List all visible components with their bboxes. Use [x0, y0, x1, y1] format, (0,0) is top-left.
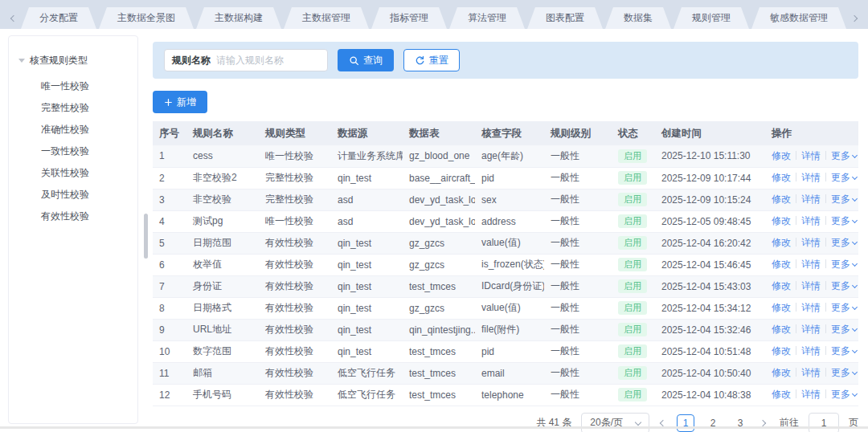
tree-item[interactable]: 关联性校验 — [18, 162, 133, 184]
tab[interactable]: 分发配置 — [21, 7, 96, 29]
goto-page-input[interactable] — [809, 413, 839, 432]
tree-root-check-rule-type[interactable]: 核查规则类型 — [18, 54, 133, 67]
tabs-scroll-left-icon[interactable] — [6, 7, 21, 29]
cell-rule-type: 有效性校验 — [259, 362, 331, 384]
vertical-scrollbar[interactable] — [144, 214, 148, 259]
status-badge: 启用 — [618, 301, 647, 315]
tree-item[interactable]: 及时性校验 — [18, 184, 133, 206]
chevron-down-icon — [852, 196, 858, 202]
page-number[interactable]: 3 — [731, 414, 749, 432]
more-link[interactable]: 更多 — [831, 215, 857, 226]
cell-rule-name: 日期格式 — [186, 297, 259, 319]
detail-link[interactable]: 详情 — [801, 172, 821, 183]
tabs-scroll-right-icon[interactable] — [847, 7, 862, 29]
cell-actions: 修改详情更多 — [765, 340, 858, 362]
tree-item[interactable]: 准确性校验 — [18, 119, 133, 141]
plus-icon — [164, 98, 173, 107]
tree-item[interactable]: 完整性校验 — [18, 97, 133, 119]
edit-link[interactable]: 修改 — [772, 324, 791, 335]
cell-index: 4 — [153, 210, 186, 232]
add-button[interactable]: 新增 — [153, 91, 207, 113]
edit-link[interactable]: 修改 — [772, 172, 791, 183]
more-link[interactable]: 更多 — [831, 237, 857, 248]
cell-check-field: email — [475, 362, 544, 384]
detail-link[interactable]: 详情 — [801, 237, 821, 248]
tab[interactable]: 主数据全景图 — [99, 7, 194, 29]
more-link-label: 更多 — [831, 172, 850, 183]
cell-index: 10 — [153, 340, 186, 362]
tab-label: 主数据管理 — [302, 11, 350, 25]
more-link[interactable]: 更多 — [831, 150, 857, 161]
rule-name-field[interactable]: 规则名称 — [164, 49, 328, 71]
cell-status: 启用 — [612, 275, 655, 297]
column-header: 序号 — [153, 121, 186, 145]
detail-link[interactable]: 详情 — [801, 194, 821, 205]
tab[interactable]: 指标管理 — [371, 7, 447, 29]
page-number[interactable]: 2 — [704, 414, 722, 432]
detail-link[interactable]: 详情 — [801, 302, 821, 313]
more-link[interactable]: 更多 — [831, 194, 857, 205]
more-link[interactable]: 更多 — [831, 172, 857, 183]
detail-link[interactable]: 详情 — [801, 150, 821, 161]
tab[interactable]: 算法管理 — [449, 7, 525, 29]
more-link[interactable]: 更多 — [831, 302, 857, 313]
cell-rule-level: 一般性 — [544, 232, 612, 254]
column-header: 状态 — [612, 121, 655, 145]
rule-name-input[interactable] — [216, 55, 320, 66]
tab[interactable]: 敏感数据管理 — [751, 7, 846, 29]
edit-link[interactable]: 修改 — [772, 345, 791, 357]
detail-link[interactable]: 详情 — [801, 345, 821, 357]
detail-link[interactable]: 详情 — [801, 389, 821, 400]
more-link[interactable]: 更多 — [831, 389, 857, 400]
edit-link[interactable]: 修改 — [772, 302, 791, 313]
edit-link[interactable]: 修改 — [772, 237, 791, 248]
detail-link[interactable]: 详情 — [801, 259, 821, 270]
action-divider — [796, 368, 796, 377]
detail-link[interactable]: 详情 — [801, 367, 821, 378]
page-size-select[interactable]: 20条/页 — [581, 413, 649, 432]
detail-link[interactable]: 详情 — [801, 280, 821, 291]
cell-rule-type: 唯一性校验 — [259, 210, 331, 232]
more-link[interactable]: 更多 — [831, 259, 857, 270]
cell-actions: 修改详情更多 — [765, 189, 858, 210]
tab[interactable]: 主数据管理 — [284, 7, 369, 29]
tree-item[interactable]: 唯一性校验 — [18, 75, 133, 97]
cell-data-source: qin_test — [331, 340, 403, 362]
edit-link[interactable]: 修改 — [772, 215, 791, 226]
tree-item[interactable]: 一致性校验 — [18, 141, 133, 162]
cell-data-source: asd — [331, 189, 403, 210]
edit-link[interactable]: 修改 — [772, 194, 791, 205]
detail-link[interactable]: 详情 — [801, 215, 821, 226]
cell-rule-level: 一般性 — [544, 319, 612, 340]
edit-link[interactable]: 修改 — [772, 150, 791, 161]
tab[interactable]: 数据集 — [605, 7, 671, 29]
tree-item[interactable]: 有效性校验 — [18, 206, 133, 227]
chevron-down-icon — [852, 174, 858, 180]
tab[interactable]: 图表配置 — [527, 7, 603, 29]
table-header-row: 序号规则名称规则类型数据源数据表核查字段规则级别状态创建时间操作 — [153, 121, 858, 145]
rule-type-tree-panel: 核查规则类型 唯一性校验 完整性校验 准确性校验 一致性校验 关联性校验 及时性… — [8, 35, 138, 424]
edit-link[interactable]: 修改 — [772, 280, 791, 291]
edit-link[interactable]: 修改 — [772, 259, 791, 270]
tab[interactable]: 主数据构建 — [196, 7, 281, 29]
next-page-button[interactable] — [759, 421, 767, 426]
cell-rule-type: 有效性校验 — [259, 297, 331, 319]
edit-link[interactable]: 修改 — [772, 367, 791, 378]
more-link[interactable]: 更多 — [831, 324, 857, 335]
reset-button[interactable]: 重置 — [403, 49, 460, 71]
detail-link[interactable]: 详情 — [801, 324, 821, 335]
column-header: 数据源 — [331, 121, 403, 145]
action-divider — [825, 389, 826, 398]
edit-link[interactable]: 修改 — [772, 389, 791, 400]
prev-page-button[interactable] — [659, 421, 667, 426]
cell-created-time: 2025-12-04 16:20:42 — [655, 232, 765, 254]
more-link[interactable]: 更多 — [831, 367, 857, 378]
page-number[interactable]: 1 — [677, 414, 694, 432]
tab[interactable]: 规则管理 — [674, 7, 749, 29]
query-button[interactable]: 查询 — [338, 49, 394, 71]
rules-table: 序号规则名称规则类型数据源数据表核查字段规则级别状态创建时间操作 1 cess … — [153, 121, 858, 406]
more-link[interactable]: 更多 — [831, 280, 857, 291]
more-link[interactable]: 更多 — [831, 345, 857, 357]
chevron-down-icon — [852, 304, 858, 310]
table-row: 2 非空校验2 完整性校验 qin_test base__aircraft_..… — [153, 167, 858, 189]
